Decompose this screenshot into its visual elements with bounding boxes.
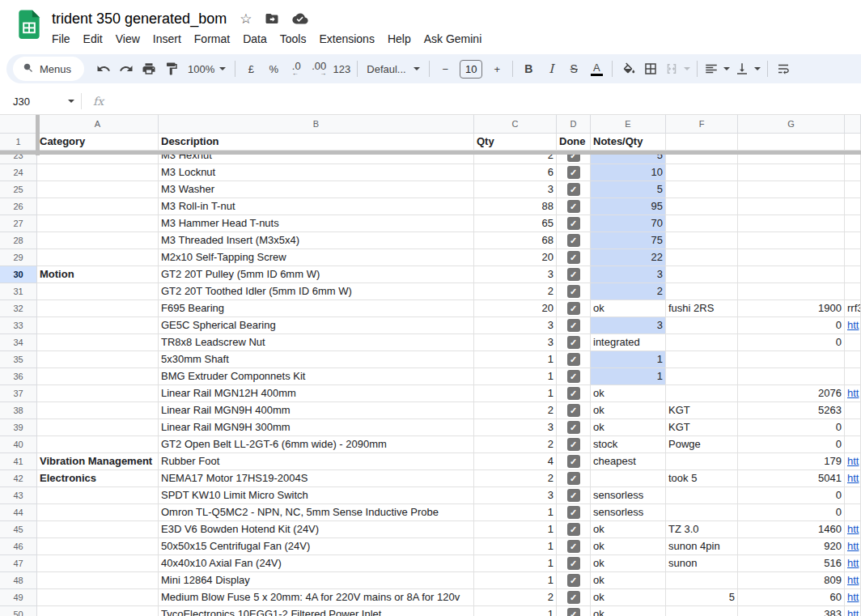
checkbox-34[interactable]: ✓ — [567, 336, 580, 349]
cell-d43[interactable]: ✓ — [557, 487, 591, 504]
checkbox-29[interactable]: ✓ — [567, 251, 580, 264]
cell-c24[interactable]: 6 — [474, 164, 557, 181]
cell-f32[interactable]: fushi 2RS — [666, 300, 738, 317]
cell-f49[interactable]: 5 — [666, 589, 738, 606]
checkbox-42[interactable]: ✓ — [567, 472, 580, 485]
cell-h32[interactable]: rrf3 — [845, 300, 861, 317]
percent-format-button[interactable]: % — [262, 57, 285, 80]
cell-e43[interactable]: sensorless — [591, 487, 666, 504]
cell-b27[interactable]: M3 Hammer Head T-nuts — [159, 215, 474, 232]
checkbox-36[interactable]: ✓ — [567, 370, 580, 383]
cell-h1[interactable] — [845, 134, 861, 151]
cell-b33[interactable]: GE5C Spherical Bearing — [159, 317, 474, 334]
cell-d1[interactable]: Done — [557, 134, 591, 151]
cell-e47[interactable]: ok — [591, 555, 666, 572]
cell-a48[interactable] — [37, 572, 159, 589]
row-header-43[interactable]: 43 — [0, 487, 37, 504]
menu-insert[interactable]: Insert — [146, 31, 188, 47]
cell-d39[interactable]: ✓ — [557, 419, 591, 436]
cell-f44[interactable] — [666, 504, 738, 521]
cell-f33[interactable] — [666, 317, 738, 334]
col-header-g[interactable]: G — [738, 115, 845, 134]
cell-d27[interactable]: ✓ — [557, 215, 591, 232]
link-h48[interactable]: htt — [845, 572, 861, 589]
cell-f36[interactable] — [666, 368, 738, 385]
cell-h40[interactable] — [845, 436, 861, 453]
cell-e40[interactable]: stock — [591, 436, 666, 453]
row-header-49[interactable]: 49 — [0, 589, 37, 606]
cell-e37[interactable]: ok — [591, 385, 666, 402]
font-select[interactable]: Defaul... — [362, 57, 425, 80]
increase-font-size-button[interactable]: + — [486, 57, 508, 80]
cell-g34[interactable]: 0 — [738, 334, 845, 351]
cell-h25[interactable] — [845, 181, 861, 198]
strikethrough-button[interactable]: S — [562, 57, 585, 80]
cell-a37[interactable] — [37, 385, 159, 402]
cell-h44[interactable] — [845, 504, 861, 521]
cell-d23[interactable]: ✓ — [557, 155, 591, 164]
cell-f41[interactable] — [666, 453, 738, 470]
cell-e29[interactable]: 22 — [591, 249, 666, 266]
checkbox-25[interactable]: ✓ — [567, 183, 580, 196]
cell-b26[interactable]: M3 Roll-in T-nut — [159, 198, 474, 215]
cell-e50[interactable]: ok — [591, 606, 666, 616]
link-h50[interactable]: htt — [845, 606, 861, 616]
menu-help[interactable]: Help — [381, 31, 418, 47]
cell-g46[interactable]: 920 — [738, 538, 845, 555]
cell-b28[interactable]: M3 Threaded Insert (M3x5x4) — [159, 232, 474, 249]
cell-b25[interactable]: M3 Washer — [159, 181, 474, 198]
cell-h28[interactable] — [845, 232, 861, 249]
checkbox-46[interactable]: ✓ — [567, 540, 580, 553]
cell-h26[interactable] — [845, 198, 861, 215]
cell-f26[interactable] — [666, 198, 738, 215]
cell-c38[interactable]: 2 — [474, 402, 557, 419]
cell-g36[interactable] — [738, 368, 845, 385]
cell-a32[interactable] — [37, 300, 159, 317]
col-header-d[interactable]: D — [557, 115, 591, 134]
row-header-45[interactable]: 45 — [0, 521, 37, 538]
cell-b31[interactable]: GT2 20T Toothed Idler (5mm ID 6mm W) — [159, 283, 474, 300]
horizontal-align-button[interactable] — [702, 57, 732, 80]
menu-view[interactable]: View — [109, 31, 146, 47]
cell-d42[interactable]: ✓ — [557, 470, 591, 487]
cell-a44[interactable] — [37, 504, 159, 521]
cell-d47[interactable]: ✓ — [557, 555, 591, 572]
cell-a28[interactable] — [37, 232, 159, 249]
cell-a31[interactable] — [37, 283, 159, 300]
name-box[interactable]: J30 — [0, 96, 74, 108]
cell-b35[interactable]: 5x30mm Shaft — [159, 351, 474, 368]
cell-b39[interactable]: Linear Rail MGN9H 300mm — [159, 419, 474, 436]
cell-f31[interactable] — [666, 283, 738, 300]
row-header-36[interactable]: 36 — [0, 368, 37, 385]
cell-a27[interactable] — [37, 215, 159, 232]
cell-b44[interactable]: Omron TL-Q5MC2 - NPN, NC, 5mm Sense Indu… — [159, 504, 474, 521]
row-header-27[interactable]: 27 — [0, 215, 37, 232]
cell-a41[interactable]: Vibration Management — [37, 453, 159, 470]
borders-button[interactable] — [639, 57, 662, 80]
checkbox-26[interactable]: ✓ — [567, 200, 580, 213]
cell-e26[interactable]: 95 — [591, 198, 666, 215]
vertical-align-button[interactable] — [732, 57, 763, 80]
cell-c25[interactable]: 3 — [474, 181, 557, 198]
cell-b30[interactable]: GT2 20T Pulley (5mm ID 6mm W) — [159, 266, 474, 283]
cell-c1[interactable]: Qty — [474, 134, 557, 151]
row-header-25[interactable]: 25 — [0, 181, 37, 198]
menu-format[interactable]: Format — [188, 31, 236, 47]
col-header-b[interactable]: B — [159, 115, 474, 134]
cell-h38[interactable] — [845, 402, 861, 419]
cell-c42[interactable]: 2 — [474, 470, 557, 487]
cell-a49[interactable] — [37, 589, 159, 606]
cell-b38[interactable]: Linear Rail MGN9H 400mm — [159, 402, 474, 419]
cell-h35[interactable] — [845, 351, 861, 368]
row-header-46[interactable]: 46 — [0, 538, 37, 555]
cell-e49[interactable]: ok — [591, 589, 666, 606]
paint-format-button[interactable] — [160, 57, 183, 80]
cell-f48[interactable] — [666, 572, 738, 589]
cell-f47[interactable]: sunon — [666, 555, 738, 572]
cell-a45[interactable] — [37, 521, 159, 538]
cell-d38[interactable]: ✓ — [557, 402, 591, 419]
row-header-37[interactable]: 37 — [0, 385, 37, 402]
cell-f43[interactable] — [666, 487, 738, 504]
cell-a42[interactable]: Electronics — [37, 470, 159, 487]
cell-d45[interactable]: ✓ — [557, 521, 591, 538]
